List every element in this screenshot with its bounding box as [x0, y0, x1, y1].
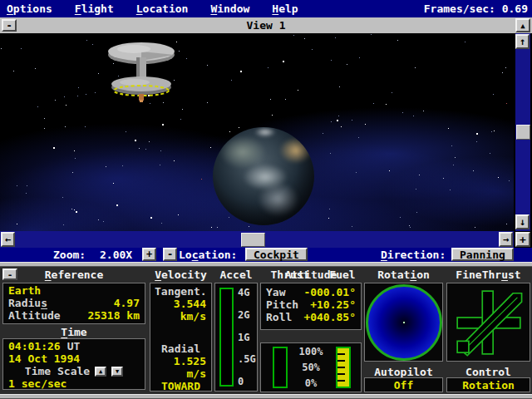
star	[160, 150, 161, 151]
star	[397, 40, 398, 41]
view-titlebar: View 1	[0, 17, 532, 33]
rotation-ball-indicator	[366, 284, 442, 361]
star	[476, 133, 478, 135]
star	[270, 99, 271, 100]
autopilot-status[interactable]: Off	[364, 377, 443, 392]
star	[356, 172, 357, 173]
scroll-left-button[interactable]: ←	[1, 232, 15, 247]
star	[162, 124, 164, 126]
time-scale-down-button[interactable]: ▼	[111, 367, 123, 377]
vertical-scroll-thumb[interactable]	[516, 125, 530, 140]
star	[304, 38, 305, 39]
location-button[interactable]: Cockpit	[245, 248, 308, 261]
menu-flight[interactable]: Flight	[75, 2, 114, 15]
time-box: 04:01:26 UT 14 Oct 1994 Time Scale ▲ ▼ 1…	[2, 338, 145, 390]
menu-options[interactable]: Options	[7, 2, 52, 15]
location-label: Location:	[179, 249, 237, 261]
star	[268, 67, 268, 68]
menu-location[interactable]: Location	[136, 2, 189, 15]
zoom-out-button[interactable]: -	[163, 248, 177, 261]
spin-down-icon: ▼	[116, 368, 119, 375]
earth	[213, 127, 314, 225]
star	[352, 120, 352, 121]
reference-box: Earth Radius 4.97 Altitude 25318 km	[2, 283, 145, 324]
scroll-up-button[interactable]: ↑	[515, 34, 530, 49]
thrust-header: Thrust	[263, 268, 318, 281]
star	[92, 44, 93, 45]
time-scale-up-button[interactable]: ▲	[95, 367, 106, 377]
bottom-strip	[0, 394, 532, 399]
radial-direction: TOWARD	[150, 380, 211, 392]
star	[229, 131, 230, 132]
window-maximize-button[interactable]: ▲	[515, 18, 530, 32]
star	[451, 145, 452, 146]
star	[283, 61, 284, 62]
scroll-right-button[interactable]: →	[499, 232, 513, 247]
star	[509, 180, 510, 181]
accel-box: 4G 2G 1G .5G 0	[214, 283, 258, 392]
star	[415, 67, 416, 68]
star	[71, 209, 72, 209]
zoom-in-button[interactable]: +	[142, 248, 156, 261]
fine-thrust-cross-indicator	[452, 287, 525, 358]
window-minimize-button[interactable]: -	[2, 19, 17, 32]
star	[240, 71, 242, 72]
star	[410, 227, 411, 228]
frames-per-sec: Frames/sec: 0.69	[424, 2, 532, 15]
star	[231, 80, 232, 81]
reference-body: Earth	[3, 284, 145, 297]
star	[330, 153, 331, 154]
star	[95, 92, 96, 93]
spin-up-icon: ▲	[99, 368, 102, 375]
pan-view-button[interactable]: +	[515, 232, 530, 247]
star	[416, 212, 417, 213]
star	[26, 193, 27, 194]
altitude-value: 25318 km	[87, 309, 140, 322]
star	[74, 209, 75, 210]
star	[17, 224, 17, 224]
star	[201, 179, 202, 180]
star	[17, 185, 17, 186]
star	[490, 153, 490, 154]
horizontal-scrollbar[interactable]: ← →	[0, 231, 514, 248]
time-rate-value: 1 sec/sec	[3, 377, 145, 390]
star	[423, 111, 424, 111]
accel-ticks: 4G 2G 1G .5G 0	[238, 287, 256, 387]
star	[337, 120, 338, 121]
star	[64, 96, 65, 97]
star	[413, 116, 414, 116]
rotation-box	[364, 283, 443, 362]
star	[419, 175, 420, 175]
star	[409, 225, 410, 226]
time-scale-label: Time Scale	[25, 365, 90, 377]
star	[145, 149, 146, 150]
star	[139, 148, 140, 149]
vertical-scrollbar[interactable]: ↑ ↓	[515, 33, 530, 231]
star	[389, 170, 390, 171]
star	[298, 90, 298, 91]
radius-label[interactable]: Radius	[8, 297, 47, 309]
time-scale-row: Time Scale ▲ ▼	[3, 365, 145, 377]
scroll-down-button[interactable]: ↓	[515, 214, 530, 229]
fuel-gauge	[336, 347, 351, 388]
thrust-fuel-box: 100% 50% 0%	[260, 342, 362, 392]
horizontal-scroll-thumb[interactable]	[241, 233, 265, 247]
direction-button[interactable]: Panning	[451, 248, 514, 261]
star	[352, 226, 352, 227]
star	[402, 112, 403, 113]
scroll-up-icon: ↑	[520, 37, 525, 47]
frames-value: 0.69	[502, 2, 528, 15]
control-mode[interactable]: Rotation	[446, 377, 530, 392]
viewport[interactable]	[0, 33, 514, 231]
menu-help[interactable]: Help	[272, 2, 298, 15]
menu-window[interactable]: Window	[210, 2, 249, 15]
zoom-label: Zoom:	[53, 249, 86, 261]
yaw-row: Yaw-000.01°	[261, 286, 361, 298]
autopilot-header: Autopilot	[364, 366, 443, 378]
rotation-header: Rotation	[364, 268, 443, 281]
star	[207, 65, 208, 66]
maximize-icon: ▲	[520, 22, 525, 30]
star	[21, 48, 22, 49]
star	[180, 119, 181, 120]
accel-gauge	[219, 288, 234, 387]
